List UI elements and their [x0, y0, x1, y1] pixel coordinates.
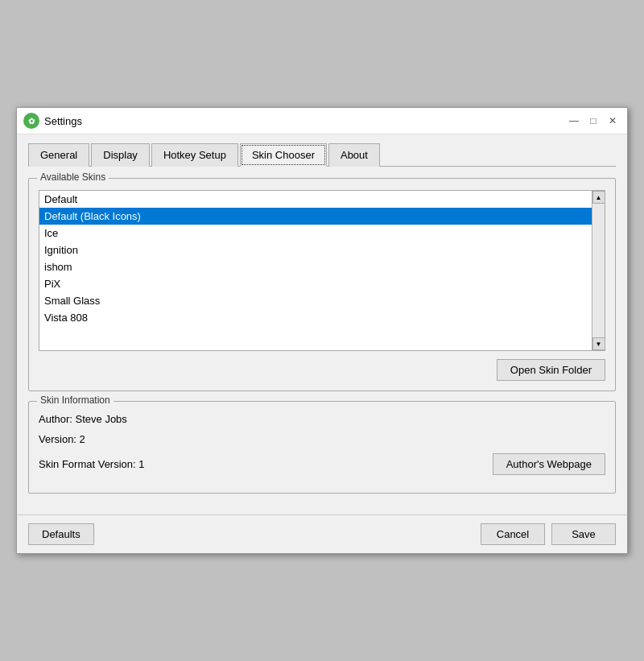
tab-display[interactable]: Display [91, 143, 150, 167]
tab-hotkey-setup[interactable]: Hotkey Setup [151, 143, 238, 167]
window-title: Settings [44, 115, 82, 127]
skin-info-label: Skin Information [37, 395, 114, 406]
scroll-down-arrow[interactable]: ▼ [592, 337, 605, 350]
available-skins-group: Available Skins DefaultDefault (Black Ic… [28, 178, 616, 391]
scroll-track[interactable] [593, 204, 605, 337]
save-button[interactable]: Save [551, 523, 616, 545]
skin-list-item[interactable]: Vista 808 [39, 309, 605, 326]
scroll-up-arrow[interactable]: ▲ [592, 191, 605, 204]
version-row: Version: 2 [39, 433, 605, 445]
scrollbar[interactable]: ▲ ▼ [592, 191, 605, 350]
maximize-button[interactable]: □ [585, 113, 601, 129]
title-bar-left: ✿ Settings [23, 113, 82, 129]
cancel-button[interactable]: Cancel [481, 523, 545, 545]
tab-general[interactable]: General [28, 143, 89, 167]
minimize-button[interactable]: — [566, 113, 582, 129]
skin-list-item[interactable]: Ignition [39, 242, 605, 258]
window-body: General Display Hotkey Setup Skin Choose… [17, 134, 627, 514]
tab-about[interactable]: About [328, 143, 380, 167]
format-text: Skin Format Version: 1 [39, 458, 145, 470]
skin-list-item[interactable]: Default (Black Icons) [39, 208, 605, 225]
tab-skin-chooser[interactable]: Skin Chooser [240, 143, 327, 167]
defaults-button[interactable]: Defaults [28, 523, 94, 545]
skin-list-item[interactable]: PiX [39, 275, 605, 292]
skin-info-group: Skin Information Author: Steve Jobs Vers… [28, 401, 616, 494]
bottom-right-buttons: Cancel Save [481, 523, 616, 545]
author-text: Author: Steve Jobs [39, 413, 127, 425]
open-skin-btn-row: Open Skin Folder [39, 359, 605, 381]
skin-list-item[interactable]: Small Glass [39, 292, 605, 309]
available-skins-label: Available Skins [37, 171, 109, 183]
skin-list-item[interactable]: Default [39, 191, 605, 208]
skin-list-container[interactable]: DefaultDefault (Black Icons)IceIgnitioni… [39, 190, 605, 351]
bottom-bar: Defaults Cancel Save [17, 514, 627, 553]
authors-webpage-button[interactable]: Author's Webpage [493, 453, 605, 475]
skin-list-item[interactable]: Ice [39, 225, 605, 242]
author-row: Author: Steve Jobs [39, 413, 605, 425]
title-bar: ✿ Settings — □ ✕ [17, 108, 627, 134]
settings-window: ✿ Settings — □ ✕ General Display Hotkey … [16, 107, 628, 554]
skin-list-item[interactable]: ishom [39, 258, 605, 275]
open-skin-folder-button[interactable]: Open Skin Folder [497, 359, 605, 381]
close-button[interactable]: ✕ [605, 113, 621, 129]
format-row: Skin Format Version: 1 Author's Webpage [39, 453, 605, 475]
skin-list: DefaultDefault (Black Icons)IceIgnitioni… [39, 191, 605, 326]
tab-bar: General Display Hotkey Setup Skin Choose… [28, 143, 616, 167]
version-text: Version: 2 [39, 433, 85, 445]
title-controls: — □ ✕ [566, 113, 621, 129]
app-icon: ✿ [23, 113, 39, 129]
